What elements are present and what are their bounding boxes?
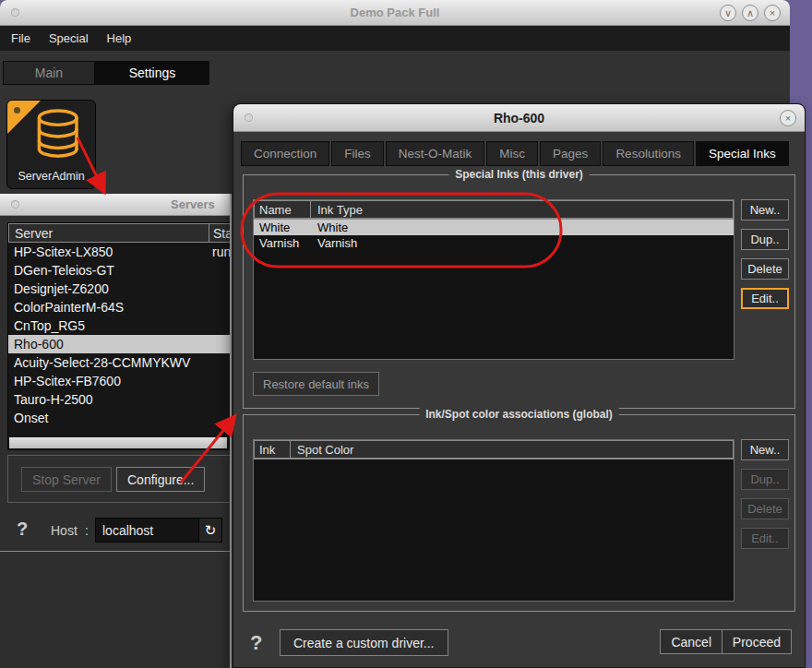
server-row[interactable]: Designjet-Z6200 — [8, 280, 232, 298]
special-inks-buttons: New.. Dup.. Delete Edit.. — [741, 199, 789, 309]
server-row[interactable]: CnTop_RG5 — [8, 316, 232, 335]
new-ink-button[interactable]: New.. — [741, 199, 789, 221]
servers-window-title: Servers — [171, 197, 215, 211]
column-header-server[interactable]: Server — [9, 224, 209, 242]
dialog-title: Rho-600 — [233, 111, 805, 125]
server-name: Rho-600 — [8, 337, 209, 352]
dup-association-button[interactable]: Dup.. — [741, 469, 789, 490]
menu-help[interactable]: Help — [107, 31, 132, 45]
corner-dot-icon — [14, 107, 20, 113]
host-row: ? Host : ↻ — [0, 517, 232, 544]
special-inks-table-header[interactable]: Name Ink Type — [254, 200, 734, 220]
tab-nest-o-matik[interactable]: Nest-O-Matik — [386, 141, 485, 166]
column-header-status[interactable]: Status — [209, 226, 232, 241]
server-admin-label: ServerAdmin — [7, 170, 95, 183]
configure-button[interactable]: Configure... — [116, 467, 205, 492]
ink-row-selected[interactable]: White White — [254, 220, 734, 235]
host-colon: : — [85, 523, 89, 538]
menubar: File Special Help — [0, 26, 790, 51]
column-header-name[interactable]: Name — [254, 200, 311, 219]
divider — [0, 551, 232, 552]
dialog-titlebar[interactable]: Rho-600 — [233, 104, 805, 132]
main-window-titlebar[interactable]: Demo Pack Full ∨ ∧ × — [0, 0, 790, 26]
spot-color-group: Ink/Spot color associations (global) Ink… — [243, 414, 795, 612]
window-menu-dot[interactable] — [245, 113, 253, 122]
edit-ink-button[interactable]: Edit.. — [741, 288, 789, 309]
server-row[interactable]: Tauro-H-2500 — [8, 390, 232, 409]
spot-color-table: Ink Spot Color — [253, 439, 734, 602]
proceed-button[interactable]: Proceed — [722, 629, 792, 654]
column-header-ink[interactable]: Ink — [254, 440, 291, 459]
dialog-tab-bar: Connection Files Nest-O-Matik Misc Pages… — [241, 141, 789, 166]
tab-resolutions[interactable]: Resolutions — [603, 141, 694, 166]
server-name: HP-Scitex-LX850 — [8, 245, 209, 259]
new-association-button[interactable]: New.. — [741, 439, 789, 460]
host-input[interactable] — [95, 518, 198, 543]
menu-file[interactable]: File — [11, 31, 30, 45]
server-name: HP-Scitex-FB7600 — [8, 374, 209, 388]
server-name: ColorPainterM-64S — [8, 300, 209, 315]
server-row[interactable]: HP-Scitex-FB7600 — [8, 372, 232, 390]
server-row-selected[interactable]: Rho-600 — [8, 335, 232, 353]
window-menu-dot[interactable] — [11, 200, 19, 209]
ink-row[interactable]: Varnish Varnish — [254, 235, 734, 251]
server-name: DGen-Teleios-GT — [8, 263, 209, 278]
tab-connection[interactable]: Connection — [241, 141, 329, 166]
tab-pages[interactable]: Pages — [540, 141, 601, 166]
tab-misc[interactable]: Misc — [486, 141, 538, 166]
host-label: Host — [51, 523, 78, 538]
stop-server-button[interactable]: Stop Server — [21, 467, 112, 492]
spot-color-buttons: New.. Dup.. Delete Edit.. — [741, 439, 789, 549]
delete-ink-button[interactable]: Delete — [741, 258, 789, 280]
spot-color-table-header[interactable]: Ink Spot Color — [254, 440, 734, 459]
refresh-icon[interactable]: ↻ — [198, 518, 222, 543]
server-list: Server Status HP-Scitex-LX850 running DG… — [7, 222, 232, 450]
horizontal-scrollbar[interactable] — [9, 437, 227, 448]
desktop: Demo Pack Full ∨ ∧ × File Special Help M… — [0, 0, 812, 668]
server-name: Tauro-H-2500 — [8, 392, 209, 407]
restore-default-inks-button[interactable]: Restore default inks — [253, 372, 379, 396]
help-icon[interactable]: ? — [17, 519, 28, 540]
server-row[interactable]: HP-Scitex-LX850 running — [8, 243, 232, 261]
dialog-footer: ? Create a custom driver... Cancel Proce… — [233, 629, 805, 656]
servers-window-titlebar[interactable]: Servers — [0, 194, 230, 216]
create-custom-driver-button[interactable]: Create a custom driver... — [280, 629, 448, 656]
ink-name: Varnish — [254, 236, 311, 250]
server-name: Designjet-Z6200 — [8, 281, 209, 296]
server-admin-tile[interactable]: ServerAdmin — [6, 100, 96, 189]
special-inks-group: Special Inks (this driver) Name Ink Type… — [243, 174, 795, 409]
server-row[interactable]: DGen-Teleios-GT — [8, 261, 232, 280]
ink-type: Varnish — [311, 236, 357, 250]
menu-special[interactable]: Special — [49, 31, 89, 45]
ink-type: White — [311, 221, 348, 234]
servers-window: Servers Server Status HP-Scitex-LX850 ru… — [0, 194, 232, 668]
tab-special-inks[interactable]: Special Inks — [696, 141, 789, 166]
server-row[interactable]: ColorPainterM-64S — [8, 298, 232, 316]
server-row[interactable]: Acuity-Select-28-CCMMYKWV — [8, 353, 232, 372]
tab-main[interactable]: Main — [3, 61, 95, 85]
server-row[interactable]: Onset — [8, 409, 232, 427]
delete-association-button[interactable]: Delete — [741, 498, 789, 519]
server-list-header[interactable]: Server Status — [8, 223, 232, 243]
server-name: Onset — [8, 411, 209, 425]
main-window-title: Demo Pack Full — [0, 6, 790, 19]
cancel-button[interactable]: Cancel — [660, 629, 722, 654]
window-menu-dot[interactable] — [11, 8, 19, 17]
server-name: Acuity-Select-28-CCMMYKWV — [8, 355, 209, 370]
column-header-spot-color[interactable]: Spot Color — [291, 443, 353, 457]
help-icon[interactable]: ? — [250, 631, 262, 655]
edit-association-button[interactable]: Edit.. — [741, 528, 789, 549]
special-inks-table: Name Ink Type White White Varnish Varnis… — [253, 199, 734, 360]
unshade-window-button[interactable]: ∧ — [742, 5, 758, 21]
shade-window-button[interactable]: ∨ — [720, 5, 736, 21]
close-window-button[interactable]: × — [764, 5, 781, 21]
tab-files[interactable]: Files — [331, 141, 384, 166]
server-actions-group: Stop Server Configure... — [7, 455, 232, 503]
tab-settings[interactable]: Settings — [95, 61, 209, 85]
main-tab-bar: Main Settings — [3, 61, 209, 85]
dialog-close-button[interactable]: × — [780, 110, 796, 126]
column-header-ink-type[interactable]: Ink Type — [311, 203, 363, 217]
driver-dialog: Rho-600 × Connection Files Nest-O-Matik … — [233, 103, 806, 668]
dup-ink-button[interactable]: Dup.. — [741, 229, 789, 250]
group-title: Ink/Spot color associations (global) — [419, 408, 619, 421]
